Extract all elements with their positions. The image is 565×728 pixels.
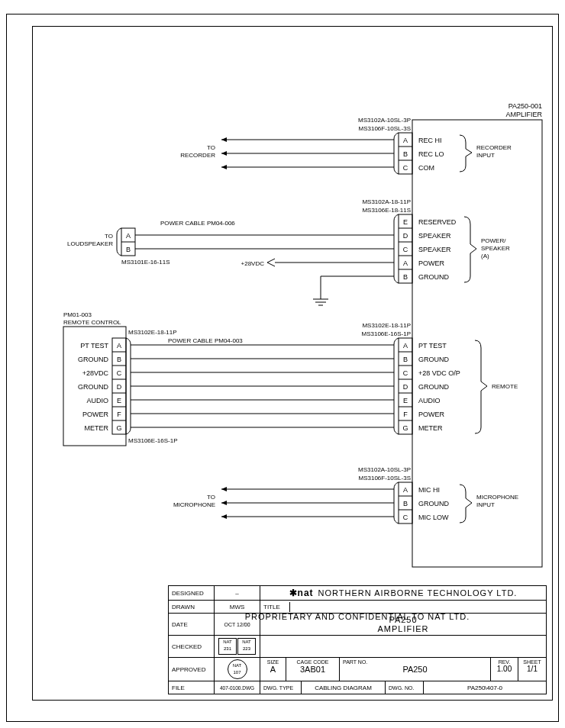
svg-text:(A): (A) bbox=[481, 253, 489, 259]
svg-text:AUDIO: AUDIO bbox=[418, 397, 441, 404]
dwgtype-value: CABLING DIAGRAM bbox=[302, 681, 386, 694]
dwgtype-label: DWG. TYPE bbox=[260, 681, 302, 694]
svg-text:SPEAKER: SPEAKER bbox=[481, 245, 510, 252]
svg-text:COM: COM bbox=[418, 164, 434, 172]
svg-text:PT TEST: PT TEST bbox=[80, 342, 108, 350]
file-label: FILE bbox=[169, 681, 215, 694]
svg-text:C: C bbox=[403, 514, 408, 521]
svg-text:D: D bbox=[403, 232, 408, 240]
svg-text:MS3102A-18-11P: MS3102A-18-11P bbox=[362, 198, 411, 205]
svg-text:TO: TO bbox=[105, 233, 113, 240]
drawn-label: DRAWN bbox=[169, 601, 215, 613]
svg-text:C: C bbox=[117, 369, 122, 377]
checked-stamps: NAT 231 NAT 223 bbox=[215, 636, 260, 657]
svg-text:GROUND: GROUND bbox=[78, 383, 108, 391]
svg-text:METER: METER bbox=[418, 424, 443, 432]
svg-text:MS3106F-10SL-3S: MS3106F-10SL-3S bbox=[359, 475, 411, 482]
remote-control-box: PM01-003 REMOTE CONTROL MS3102E-18-11P A… bbox=[63, 311, 394, 446]
svg-text:POWER: POWER bbox=[418, 259, 445, 267]
page: { "amplifier": { "title_top": "PA250-001… bbox=[0, 0, 565, 728]
svg-text:B: B bbox=[403, 273, 408, 281]
designed-label: DESIGNED bbox=[169, 586, 215, 600]
svg-text:E: E bbox=[403, 218, 408, 226]
svg-text:A: A bbox=[117, 342, 121, 350]
svg-text:TO: TO bbox=[207, 494, 215, 501]
svg-text:INPUT: INPUT bbox=[476, 501, 495, 508]
svg-text:TO: TO bbox=[207, 144, 215, 151]
svg-text:GROUND: GROUND bbox=[418, 273, 449, 281]
svg-text:PM01-003: PM01-003 bbox=[63, 311, 92, 318]
svg-text:A: A bbox=[403, 342, 408, 350]
svg-text:A: A bbox=[403, 486, 408, 494]
svg-text:MS3106E-16S-1P: MS3106E-16S-1P bbox=[128, 437, 177, 444]
checked-label: CHECKED bbox=[169, 636, 215, 657]
svg-text:B: B bbox=[403, 150, 408, 158]
svg-text:A: A bbox=[403, 259, 408, 267]
svg-text:REMOTE CONTROL: REMOTE CONTROL bbox=[63, 319, 121, 326]
svg-text:POWER CABLE PM04-003: POWER CABLE PM04-003 bbox=[168, 337, 243, 344]
amplifier-title: PA250-001 bbox=[508, 102, 542, 110]
svg-text:MS3106F-10SL-3S: MS3106F-10SL-3S bbox=[359, 125, 411, 132]
svg-text:E: E bbox=[403, 397, 408, 404]
svg-text:REC LO: REC LO bbox=[418, 150, 444, 158]
approved-label: APPROVED bbox=[169, 658, 215, 681]
designed-value: – bbox=[215, 586, 260, 600]
svg-text:MS3106E-16S-1P: MS3106E-16S-1P bbox=[362, 330, 411, 337]
svg-text:SPEAKER: SPEAKER bbox=[418, 232, 451, 240]
title-cell: TITLE bbox=[260, 601, 546, 613]
svg-text:MICROPHONE: MICROPHONE bbox=[476, 494, 518, 501]
svg-text:B: B bbox=[126, 246, 131, 253]
part-cell: PART NO.PA250 bbox=[340, 658, 491, 681]
svg-text:GROUND: GROUND bbox=[418, 383, 449, 391]
file-value: 407-0100.DWG bbox=[215, 681, 260, 694]
svg-text:C: C bbox=[403, 246, 408, 253]
date-label: DATE bbox=[169, 614, 215, 635]
svg-text:POWER CABLE PM04-006: POWER CABLE PM04-006 bbox=[160, 220, 235, 227]
svg-text:POWER/: POWER/ bbox=[481, 237, 506, 244]
svg-text:RECORDER: RECORDER bbox=[180, 152, 215, 159]
svg-text:GROUND: GROUND bbox=[418, 356, 449, 363]
svg-text:PT TEST: PT TEST bbox=[418, 342, 447, 350]
wiring-diagram: PA250-001 AMPLIFIER MS3102A-10SL-3P MS31… bbox=[38, 40, 547, 620]
svg-text:MS3102A-10SL-3P: MS3102A-10SL-3P bbox=[358, 117, 411, 124]
dwgno-label: DWG. NO. bbox=[386, 681, 424, 694]
svg-text:LOUDSPEAKER: LOUDSPEAKER bbox=[67, 240, 113, 247]
svg-text:G: G bbox=[402, 424, 408, 432]
svg-text:A: A bbox=[403, 137, 408, 144]
date-value: OCT 12/00 bbox=[215, 614, 260, 635]
remote-pins-amp: A B C D E F G PT TEST GROUND +28 VDC O/P… bbox=[399, 340, 518, 433]
svg-text:MS3101E-16-11S: MS3101E-16-11S bbox=[121, 259, 170, 266]
svg-text:C: C bbox=[403, 164, 408, 172]
svg-text:D: D bbox=[117, 383, 122, 391]
svg-text:RESERVED: RESERVED bbox=[418, 218, 457, 226]
svg-text:MIC HI: MIC HI bbox=[418, 486, 440, 494]
sheet-cell: SHEET1/1 bbox=[518, 658, 546, 681]
svg-text:MS3102E-18-11P: MS3102E-18-11P bbox=[128, 329, 177, 336]
recorder-connector: MS3102A-10SL-3P MS3106F-10SL-3S A B C RE… bbox=[180, 117, 512, 174]
svg-text:B: B bbox=[403, 500, 408, 507]
svg-text:G: G bbox=[116, 424, 121, 432]
svg-text:E: E bbox=[117, 397, 121, 404]
drawing-title: PA250 AMPLIFIER bbox=[260, 614, 546, 635]
svg-text:C: C bbox=[403, 369, 408, 377]
company-cell: ✱nat NORTHERN AIRBORNE TECHNOLOGY LTD. bbox=[260, 586, 546, 600]
svg-text:INPUT: INPUT bbox=[476, 152, 495, 159]
svg-text:RECORDER: RECORDER bbox=[476, 144, 512, 151]
svg-text:SPEAKER: SPEAKER bbox=[418, 246, 451, 253]
svg-text:POWER: POWER bbox=[82, 411, 109, 418]
title-block: DESIGNED – ✱nat NORTHERN AIRBORNE TECHNO… bbox=[168, 585, 547, 694]
svg-text:+28 VDC O/P: +28 VDC O/P bbox=[418, 369, 460, 377]
svg-text:AUDIO: AUDIO bbox=[86, 397, 108, 404]
svg-text:MS3102A-10SL-3P: MS3102A-10SL-3P bbox=[358, 466, 411, 473]
svg-text:F: F bbox=[117, 411, 121, 418]
approved-stamp: NAT 107 bbox=[215, 658, 260, 681]
drawing-title-cont bbox=[260, 636, 546, 657]
svg-text:F: F bbox=[403, 411, 408, 418]
svg-text:MS3102E-18-11P: MS3102E-18-11P bbox=[362, 322, 411, 329]
svg-text:MICROPHONE: MICROPHONE bbox=[173, 501, 215, 508]
svg-text:REC HI: REC HI bbox=[418, 137, 442, 144]
logo-icon: ✱nat bbox=[289, 588, 314, 598]
microphone-connector: MS3102A-10SL-3P MS3106F-10SL-3S A B C MI… bbox=[173, 466, 518, 523]
svg-text:MIC LOW: MIC LOW bbox=[418, 514, 449, 521]
svg-text:A: A bbox=[126, 232, 131, 240]
